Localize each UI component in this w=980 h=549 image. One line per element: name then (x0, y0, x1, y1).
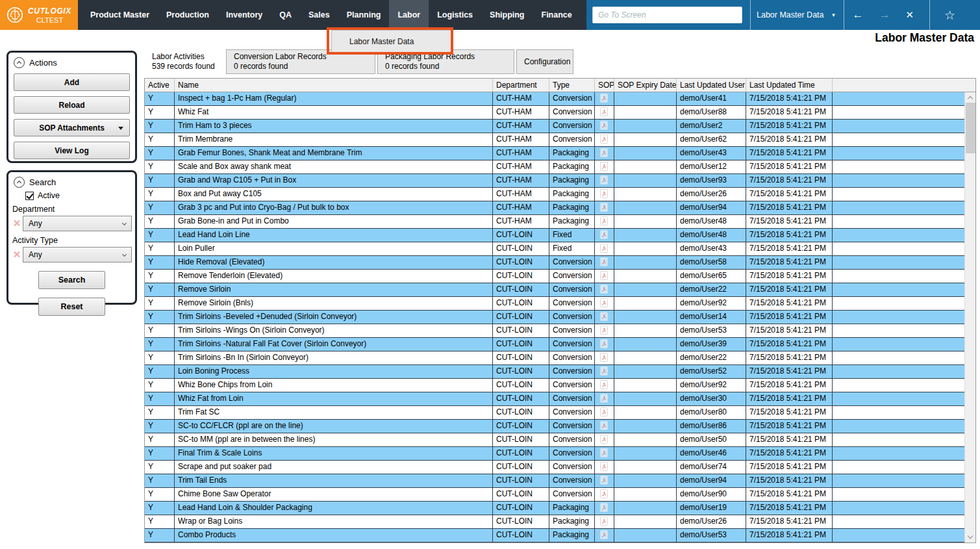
reset-button[interactable]: Reset (38, 298, 105, 316)
cell-sop[interactable] (595, 420, 614, 433)
cell-sop[interactable] (595, 433, 614, 446)
add-button[interactable]: Add (14, 73, 130, 91)
cell-sop[interactable] (595, 283, 614, 296)
scroll-up-icon[interactable] (968, 96, 973, 101)
nav-item-labor[interactable]: Labor (389, 0, 429, 30)
table-row[interactable]: YRemove Tenderloin (Elevated)CUT-LOINCon… (145, 270, 964, 283)
cell-sop[interactable] (595, 461, 614, 474)
goto-screen-input[interactable] (592, 6, 742, 23)
table-row[interactable]: YRemove SirloinCUT-LOINConversiondemo/Us… (145, 283, 964, 297)
clear-activity-type-icon[interactable]: ✕ (11, 249, 23, 261)
column-header-last-updated-user[interactable]: Last Updated User (677, 79, 746, 92)
table-row[interactable]: YScale and Box away shank meatCUT-HAMPac… (145, 160, 964, 174)
column-header-name[interactable]: Name (175, 79, 493, 92)
cell-sop[interactable] (595, 311, 614, 324)
nav-item-product-master[interactable]: Product Master (82, 0, 158, 30)
cell-sop[interactable] (595, 92, 614, 105)
table-row[interactable]: YWhiz FatCUT-HAMConversiondemo/User887/1… (145, 106, 964, 120)
active-checkbox[interactable] (25, 192, 34, 200)
cell-sop[interactable] (595, 297, 614, 310)
tab-configuration[interactable]: Configuration (516, 49, 573, 74)
department-select[interactable]: Any (23, 216, 132, 231)
table-row[interactable]: YWhiz Fat from LoinCUT-LOINConversiondem… (145, 392, 964, 406)
scroll-down-icon[interactable] (968, 533, 973, 539)
table-row[interactable]: YTrim Sirloins -Beveled +Denuded (Sirloi… (145, 311, 964, 324)
table-row[interactable]: YSC-to CC/FLCR (ppl are on the line)CUT-… (145, 420, 964, 433)
nav-item-logistics[interactable]: Logistics (429, 0, 481, 30)
cell-sop[interactable] (595, 379, 614, 392)
column-header-last-updated-time[interactable]: Last Updated Time (746, 79, 833, 92)
table-row[interactable]: YTrim Ham to 3 piecesCUT-HAMConversionde… (145, 120, 964, 133)
cell-sop[interactable] (595, 406, 614, 419)
table-row[interactable]: YTrim Fat SCCUT-LOINConversiondemo/User8… (145, 406, 964, 420)
table-row[interactable]: YChime Bone Saw OperatorCUT-LOINConversi… (145, 488, 964, 502)
nav-item-inventory[interactable]: Inventory (218, 0, 271, 30)
table-row[interactable]: YTrim Sirloins -Wings On (Sirloin Convey… (145, 324, 964, 338)
nav-item-sales[interactable]: Sales (300, 0, 338, 30)
cell-sop[interactable] (595, 365, 614, 378)
cell-sop[interactable] (595, 106, 614, 119)
cell-sop[interactable] (595, 160, 614, 173)
nav-item-production[interactable]: Production (158, 0, 218, 30)
app-logo[interactable]: CUTLOGIX CLTEST (0, 0, 78, 30)
search-button[interactable]: Search (38, 271, 105, 289)
cell-sop[interactable] (595, 447, 614, 460)
table-row[interactable]: YLead Hand Loin & Shoulder PackagingCUT-… (145, 502, 964, 515)
scrollbar-thumb[interactable] (966, 103, 975, 153)
column-header-type[interactable]: Type (549, 79, 595, 92)
table-row[interactable]: YGrab Femur Bones, Shank Meat and Membra… (145, 147, 964, 160)
table-row[interactable]: YLoin PullerCUT-LOINFixeddemo/User437/15… (145, 242, 964, 256)
cell-sop[interactable] (595, 188, 614, 201)
clear-department-icon[interactable]: ✕ (11, 218, 23, 229)
reload-button[interactable]: Reload (14, 96, 130, 114)
table-row[interactable]: YHide Removal (Elevated)CUT-LOINConversi… (145, 256, 964, 270)
table-row[interactable]: YTrim Tail EndsCUT-LOINConversiondemo/Us… (145, 474, 964, 488)
column-header-sop-expiry-date[interactable]: SOP Expiry Date (614, 79, 677, 92)
table-row[interactable]: YLoin Boning ProcessCUT-LOINConversionde… (145, 365, 964, 379)
table-row[interactable]: YRemove Sirloin (Bnls)CUT-LOINConversion… (145, 297, 964, 311)
table-row[interactable]: YBox and Put away C105CUT-HAMPackagingde… (145, 188, 964, 201)
cell-sop[interactable] (595, 488, 614, 501)
table-row[interactable]: YFinal Trim & Scale LoinsCUT-LOINConvers… (145, 447, 964, 461)
cell-sop[interactable] (595, 147, 614, 160)
cell-sop[interactable] (595, 174, 614, 187)
sop-attachments-dropdown-button[interactable]: SOP Attachments (14, 119, 130, 136)
cell-sop[interactable] (595, 120, 614, 133)
table-row[interactable]: YGrab 3 pc and Put into Cryo-Bag / Put b… (145, 201, 964, 215)
screen-selector-dropdown[interactable]: Labor Master Data ▼ (757, 10, 836, 19)
nav-item-planning[interactable]: Planning (338, 0, 390, 30)
cell-sop[interactable] (595, 242, 614, 255)
cell-sop[interactable] (595, 215, 614, 228)
table-row[interactable]: YLead Hand Loin LineCUT-LOINFixeddemo/Us… (145, 229, 964, 242)
vertical-scrollbar[interactable] (964, 92, 975, 543)
collapse-search-icon[interactable] (14, 177, 25, 188)
table-row[interactable]: YTrim Sirloins -Natural Fall Fat Cover (… (145, 338, 964, 351)
table-row[interactable]: YTrim MembraneCUT-HAMConversiondemo/User… (145, 133, 964, 147)
cell-sop[interactable] (595, 256, 614, 269)
cell-sop[interactable] (595, 133, 614, 146)
table-row[interactable]: YCombo ProductsCUT-LOINPackagingdemo/Use… (145, 529, 964, 543)
table-row[interactable]: YSC-to MM (ppl are in between the lines)… (145, 433, 964, 447)
cell-sop[interactable] (595, 392, 614, 405)
cell-sop[interactable] (595, 229, 614, 242)
cell-sop[interactable] (595, 515, 614, 528)
nav-item-finance[interactable]: Finance (533, 0, 581, 30)
table-row[interactable]: YScrape and put soaker padCUT-LOINConver… (145, 461, 964, 474)
forward-arrow-button[interactable]: → (871, 8, 898, 21)
cell-sop[interactable] (595, 351, 614, 364)
view-log-button[interactable]: View Log (14, 142, 130, 159)
cell-sop[interactable] (595, 338, 614, 351)
table-row[interactable]: YGrab Bone-in and Put in ComboCUT-HAMPac… (145, 215, 964, 229)
tab-labor-activities[interactable]: Labor Activities539 records found (144, 49, 224, 74)
cell-sop[interactable] (595, 324, 614, 337)
table-row[interactable]: YWhiz Bone Chips from LoinCUT-LOINConver… (145, 379, 964, 392)
table-row[interactable]: YGrab and Wrap C105 + Put in BoxCUT-HAMP… (145, 174, 964, 188)
column-header-sop[interactable]: SOP (595, 79, 614, 92)
table-row[interactable]: YInspect + bag 1-Pc Ham (Regular)CUT-HAM… (145, 92, 964, 106)
cell-sop[interactable] (595, 270, 614, 283)
cell-sop[interactable] (595, 529, 614, 542)
nav-item-qa[interactable]: QA (271, 0, 300, 30)
table-row[interactable]: YTrim Sirloins -Bn In (Sirloin Conveyor)… (145, 351, 964, 365)
close-screen-button[interactable]: ✕ (898, 9, 922, 21)
column-header-department[interactable]: Department (493, 79, 549, 92)
